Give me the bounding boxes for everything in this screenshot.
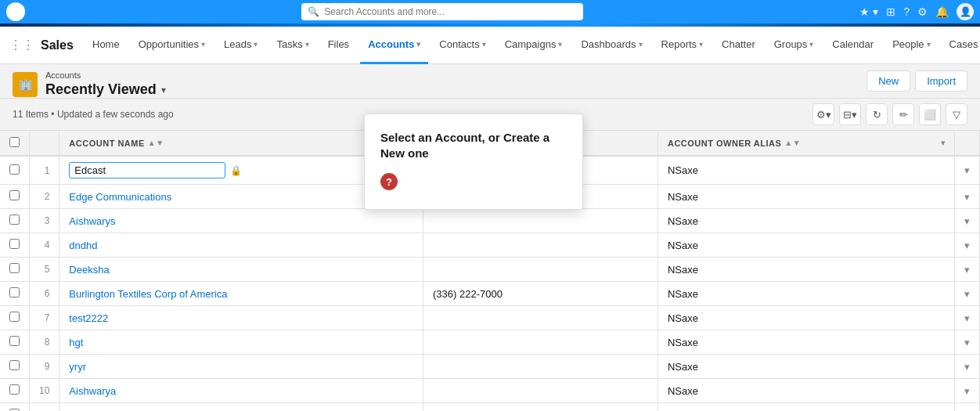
account-name-input[interactable] — [69, 162, 225, 178]
notifications-icon[interactable]: 🔔 — [935, 5, 949, 18]
edit-button[interactable]: ✏ — [892, 103, 914, 125]
sort-icon: ▲▼ — [148, 139, 164, 147]
chevron-down-icon: ▾ — [305, 40, 309, 49]
row-action-cell[interactable]: ▾ — [955, 355, 980, 379]
search-input[interactable] — [324, 6, 577, 17]
select-all-header — [0, 131, 30, 156]
search-icon: 🔍 — [308, 6, 319, 17]
select-all-checkbox[interactable] — [9, 137, 20, 147]
accounts-icon: 🏢 — [13, 72, 38, 97]
phone-cell — [423, 355, 658, 379]
chevron-down-icon: ▾ — [639, 40, 643, 49]
account-name-cell: dndhd — [59, 233, 423, 258]
account-name-link[interactable]: yryr — [69, 361, 86, 373]
favorites-icon[interactable]: ★ ▾ — [859, 5, 878, 18]
refresh-button[interactable]: ↻ — [866, 103, 888, 125]
row-action-cell[interactable]: ▾ — [955, 185, 980, 209]
row-action-cell[interactable]: ▾ — [955, 403, 980, 412]
table-row: 7test2222NSaxe▾ — [0, 306, 980, 330]
row-checkbox[interactable] — [9, 384, 20, 395]
row-action-cell[interactable]: ▾ — [955, 282, 980, 306]
import-button[interactable]: Import — [915, 70, 967, 92]
nav-tasks[interactable]: Tasks▾ — [268, 27, 316, 64]
row-action-cell[interactable]: ▾ — [955, 156, 980, 185]
avatar[interactable]: 👤 — [957, 3, 974, 20]
columns-button[interactable]: ⊟▾ — [839, 103, 861, 125]
chevron-down-icon: ▾ — [482, 40, 486, 49]
row-number: 6 — [30, 282, 59, 306]
row-action-cell[interactable]: ▾ — [955, 306, 980, 330]
nav-leads[interactable]: Leads▾ — [216, 27, 265, 64]
row-checkbox[interactable] — [9, 164, 20, 175]
filter-button[interactable]: ▽ — [946, 103, 967, 125]
popup-help-icon[interactable]: ? — [380, 173, 398, 190]
row-checkbox[interactable] — [9, 239, 20, 249]
owner-cell: NSaxe — [658, 282, 954, 306]
chart-button[interactable]: ⬜ — [919, 103, 941, 125]
apps-icon[interactable]: ⊞ — [886, 5, 895, 18]
row-checkbox[interactable] — [9, 360, 20, 370]
nav-reports[interactable]: Reports▾ — [654, 27, 712, 64]
nav-campaigns[interactable]: Campaigns▾ — [497, 27, 571, 64]
chevron-down-icon: ▾ — [809, 40, 813, 49]
account-name-link[interactable]: test2222 — [69, 312, 108, 324]
nav-groups[interactable]: Groups▾ — [766, 27, 822, 64]
row-action-cell[interactable]: ▾ — [955, 233, 980, 258]
account-name-link[interactable]: Aishwarya — [69, 385, 116, 397]
help-icon[interactable]: ? — [903, 5, 910, 18]
nav-accounts[interactable]: Accounts▾ — [360, 27, 428, 64]
row-number: 8 — [30, 330, 59, 355]
chevron-down-icon: ▾ — [201, 40, 205, 49]
nav-home[interactable]: Home — [85, 27, 128, 64]
account-owner-header[interactable]: ACCOUNT OWNER ALIAS ▲▼ ▾ — [658, 131, 954, 156]
row-action-header — [955, 131, 980, 156]
owner-cell: NSaxe — [658, 379, 954, 403]
account-name-link[interactable]: Aishwarys — [69, 215, 115, 227]
search-box[interactable]: 🔍 — [301, 3, 583, 20]
row-action-cell[interactable]: ▾ — [955, 209, 980, 233]
phone-cell — [423, 209, 658, 233]
account-name-link[interactable]: dndhd — [69, 240, 97, 251]
setup-icon[interactable]: ⚙ — [917, 5, 928, 18]
account-name-cell: Burlington Textiles Corp of America — [59, 282, 423, 306]
chevron-down-icon: ▾ — [254, 40, 258, 49]
row-number: 9 — [30, 355, 59, 379]
row-action-cell[interactable]: ▾ — [955, 258, 980, 282]
row-action-cell[interactable]: ▾ — [955, 379, 980, 403]
nav-calendar[interactable]: Calendar — [824, 27, 881, 64]
table-row: 6Burlington Textiles Corp of America(336… — [0, 282, 980, 306]
account-name-cell: Edcast — [59, 403, 423, 412]
row-checkbox[interactable] — [9, 190, 20, 200]
account-name-link[interactable]: Edge Communications — [69, 191, 171, 203]
nav-dashboards[interactable]: Dashboards▾ — [573, 27, 650, 64]
lock-icon: 🔒 — [230, 165, 242, 176]
account-name-link[interactable]: hgt — [69, 337, 83, 348]
owner-cell: NSaxe — [658, 185, 954, 209]
table-row: 8hgtNSaxe▾ — [0, 330, 980, 355]
table-row: 4dndhdNSaxe▾ — [0, 233, 980, 258]
row-action-cell[interactable]: ▾ — [955, 330, 980, 355]
settings-button[interactable]: ⚙▾ — [812, 103, 834, 125]
row-checkbox[interactable] — [9, 312, 20, 322]
grid-icon[interactable]: ⋮⋮ — [9, 38, 34, 52]
row-checkbox[interactable] — [9, 215, 20, 225]
nav-opportunities[interactable]: Opportunities▾ — [131, 27, 213, 64]
row-checkbox[interactable] — [9, 287, 20, 297]
nav-contacts[interactable]: Contacts▾ — [431, 27, 493, 64]
row-checkbox[interactable] — [9, 263, 20, 273]
account-name-link[interactable]: Deeksha — [69, 264, 109, 276]
row-checkbox[interactable] — [9, 336, 20, 346]
nav-chatter[interactable]: Chatter — [714, 27, 763, 64]
nav-files[interactable]: Files — [320, 27, 357, 64]
title-dropdown-icon[interactable]: ▾ — [161, 85, 166, 96]
row-number: 2 — [30, 185, 59, 209]
account-name-link[interactable]: Burlington Textiles Corp of America — [69, 288, 227, 300]
nav-people[interactable]: People▾ — [885, 27, 938, 64]
page-title: Recently Viewed — [45, 81, 157, 98]
salesforce-logo[interactable] — [6, 2, 25, 21]
phone-cell — [423, 403, 658, 412]
account-select-popup[interactable]: Select an Account, or Create a New one ? — [364, 114, 583, 210]
column-filter-icon[interactable]: ▾ — [941, 139, 946, 147]
new-button[interactable]: New — [867, 70, 910, 92]
nav-cases[interactable]: Cases▾ — [942, 27, 980, 64]
